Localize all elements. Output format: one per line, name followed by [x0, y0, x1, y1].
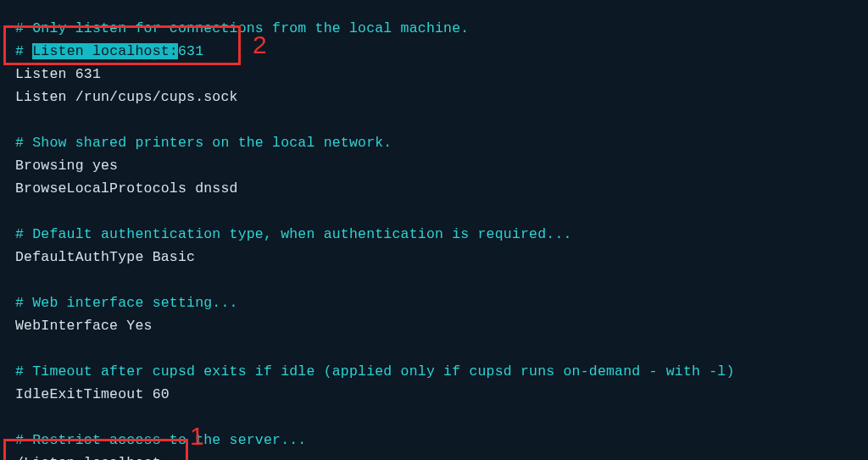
config-comment: # Show shared printers on the local netw…: [15, 135, 392, 151]
code-line[interactable]: Listen 631: [15, 63, 853, 86]
code-line[interactable]: Browsing yes: [15, 154, 853, 177]
code-line-blank[interactable]: [15, 108, 853, 131]
config-comment: # Restrict access to the server...: [15, 432, 306, 448]
code-line[interactable]: # Default authentication type, when auth…: [15, 223, 853, 246]
code-line-blank[interactable]: [15, 337, 853, 360]
config-directive: IdleExitTimeout 60: [15, 386, 170, 402]
code-line[interactable]: # Web interface setting...: [15, 291, 853, 314]
editor-viewport[interactable]: # Only listen for connections from the l…: [0, 0, 868, 460]
config-directive: WebInterface Yes: [15, 318, 153, 334]
config-comment: # Timeout after cupsd exits if idle (app…: [15, 363, 735, 380]
comment-rest: 631: [178, 43, 203, 59]
config-directive: Listen 631: [15, 66, 101, 82]
config-comment: # Default authentication type, when auth…: [15, 226, 572, 242]
code-line[interactable]: # Show shared printers on the local netw…: [15, 131, 853, 154]
config-directive: Listen /run/cups/cups.sock: [15, 89, 238, 105]
code-line[interactable]: BrowseLocalProtocols dnssd: [15, 177, 853, 200]
code-line[interactable]: # Restrict access to the server...: [15, 429, 853, 452]
config-comment: # Only listen for connections from the l…: [15, 20, 469, 36]
search-command-line[interactable]: /Listen localhost: [15, 452, 853, 460]
config-directive: Browsing yes: [15, 158, 118, 174]
config-directive: DefaultAuthType Basic: [15, 249, 195, 265]
config-directive: BrowseLocalProtocols dnssd: [15, 180, 238, 197]
code-line[interactable]: DefaultAuthType Basic: [15, 246, 853, 269]
search-text: /Listen localhost: [15, 455, 161, 460]
code-line-blank[interactable]: [15, 406, 853, 429]
code-line[interactable]: Listen /run/cups/cups.sock: [15, 86, 853, 108]
code-line-blank[interactable]: [15, 269, 853, 291]
code-line[interactable]: WebInterface Yes: [15, 314, 853, 337]
code-line[interactable]: # Timeout after cupsd exits if idle (app…: [15, 360, 853, 383]
comment-hash: #: [15, 43, 32, 59]
config-comment: # Web interface setting...: [15, 295, 238, 311]
code-line[interactable]: # Listen localhost:631: [15, 40, 853, 63]
code-line-blank[interactable]: [15, 200, 853, 223]
text-selection[interactable]: Listen localhost:: [32, 43, 178, 59]
code-line[interactable]: IdleExitTimeout 60: [15, 383, 853, 406]
code-line[interactable]: # Only listen for connections from the l…: [15, 17, 853, 40]
